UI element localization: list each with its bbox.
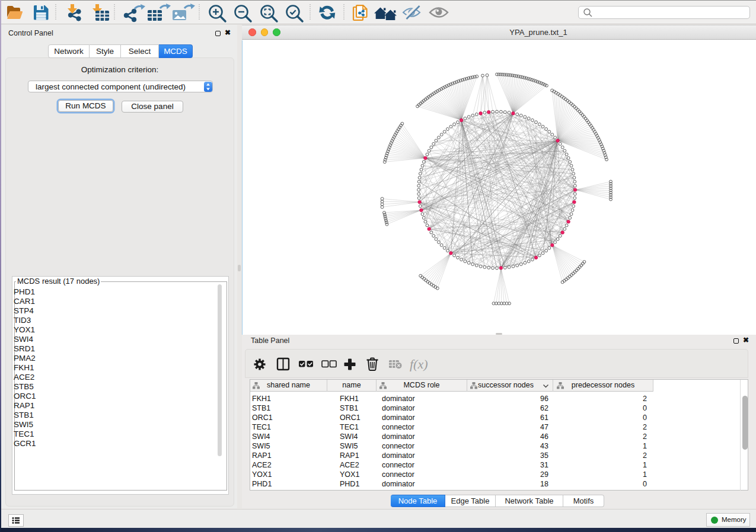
svg-text:f(x): f(x)	[410, 357, 428, 371]
